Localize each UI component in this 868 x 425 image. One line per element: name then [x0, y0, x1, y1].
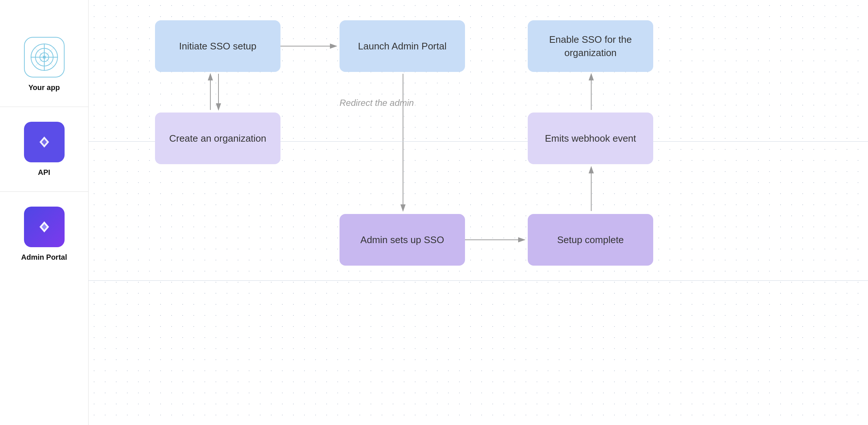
sidebar: Your app API Admin Portal: [0, 0, 89, 425]
node-enable-sso: Enable SSO for the organization: [528, 20, 653, 72]
actor-icon-admin-portal: [24, 207, 65, 247]
actor-label-api: API: [38, 168, 50, 177]
actor-icon-api: [24, 122, 65, 162]
diagram: Redirect the admin Initiate SSO setupLau…: [89, 0, 868, 425]
actor-block-your-app: Your app: [0, 22, 88, 107]
actor-label-admin-portal: Admin Portal: [21, 253, 67, 262]
node-initiate-sso: Initiate SSO setup: [155, 20, 280, 72]
node-create-org: Create an organization: [155, 113, 280, 164]
actor-label-your-app: Your app: [28, 83, 60, 92]
actor-block-api: API: [0, 107, 88, 192]
actor-icon-your-app: [24, 37, 65, 77]
h-divider-2: [89, 280, 868, 281]
node-emits-webhook: Emits webhook event: [528, 113, 653, 164]
node-launch-admin: Launch Admin Portal: [340, 20, 465, 72]
actor-block-admin-portal: Admin Portal: [0, 192, 88, 276]
redirect-label: Redirect the admin: [340, 98, 414, 108]
node-setup-complete: Setup complete: [528, 214, 653, 266]
node-admin-sets-up: Admin sets up SSO: [340, 214, 465, 266]
